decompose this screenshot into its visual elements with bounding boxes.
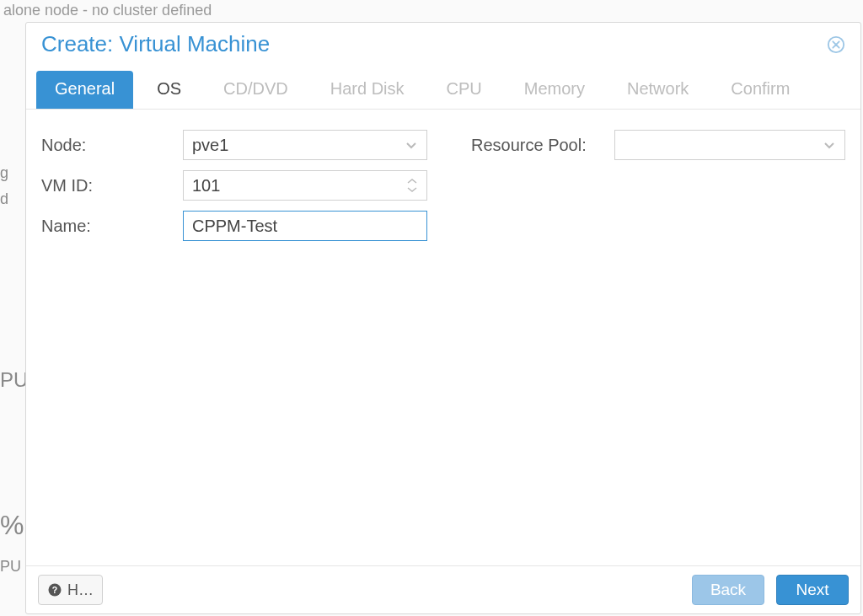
pool-combobox[interactable] [614,130,845,160]
vmid-spinner-buttons[interactable] [406,173,421,198]
tab-memory: Memory [506,71,603,109]
close-button[interactable] [827,35,845,54]
vmid-value: 101 [192,176,220,196]
node-label: Node: [41,136,183,155]
tab-os[interactable]: OS [138,71,200,109]
close-icon [827,35,845,54]
dialog-footer: ? H… Back Next [26,565,860,613]
help-button[interactable]: ? H… [38,575,103,605]
pool-dropdown-trigger[interactable] [821,131,838,159]
field-row-name: Name: CPPM-Test [41,211,437,241]
create-vm-dialog: Create: Virtual Machine General OS CD/DV… [25,22,861,614]
node-value: pve1 [192,136,228,155]
tab-harddisk: Hard Disk [312,71,423,109]
chevron-down-icon [823,138,836,152]
wizard-tabbar: General OS CD/DVD Hard Disk CPU Memory N… [26,62,860,110]
tab-cddvd: CD/DVD [205,71,307,109]
node-combobox[interactable]: pve1 [183,130,427,160]
name-label: Name: [41,217,183,236]
field-row-pool: Resource Pool: [471,130,845,160]
footer-buttons: Back Next [692,575,849,605]
cluster-status-text: alone node - no cluster defined [3,2,212,19]
help-icon: ? [47,582,62,597]
chevron-up-icon [406,177,418,185]
back-button[interactable]: Back [692,575,764,605]
form-right-column: Resource Pool: [471,130,845,565]
dialog-title: Create: Virtual Machine [41,31,270,57]
name-input[interactable]: CPPM-Test [183,211,427,241]
tab-cpu: CPU [428,71,501,109]
svg-text:?: ? [52,585,57,595]
next-button[interactable]: Next [776,575,849,605]
tab-network: Network [608,71,707,109]
dialog-header: Create: Virtual Machine [26,23,860,62]
tab-confirm: Confirm [712,71,808,109]
chevron-down-icon [406,185,418,194]
chevron-down-icon [405,138,418,152]
vmid-label: VM ID: [41,176,183,196]
name-value: CPPM-Test [192,217,277,236]
node-dropdown-trigger[interactable] [403,131,420,159]
field-row-vmid: VM ID: 101 [41,170,437,201]
field-row-node: Node: pve1 [41,130,437,160]
tab-general[interactable]: General [36,71,133,109]
background-sidebar: g d PU % PU [0,118,25,584]
help-label: H… [67,581,94,599]
form-left-column: Node: pve1 VM ID: 101 [41,130,437,565]
form-area: Node: pve1 VM ID: 101 [26,110,860,565]
vmid-spinner[interactable]: 101 [183,170,427,201]
pool-label: Resource Pool: [471,136,614,155]
